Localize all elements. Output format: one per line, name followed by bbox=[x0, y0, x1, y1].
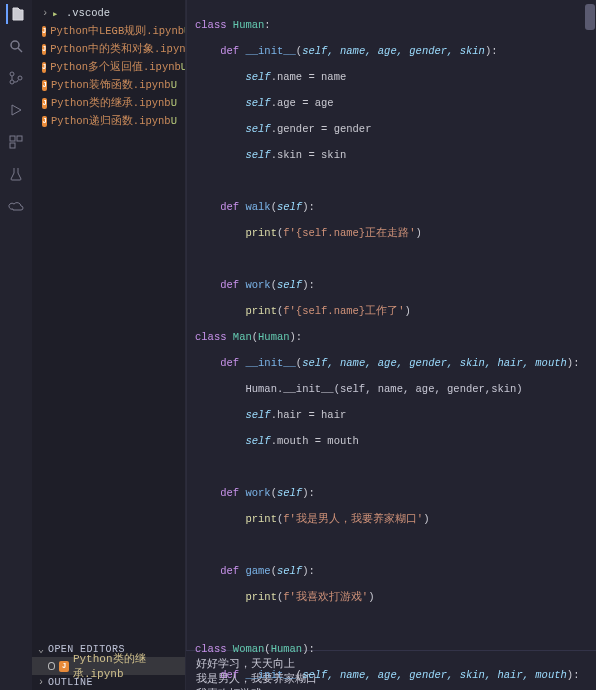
editor-pane: class Human: def __init__(self, name, ag… bbox=[186, 0, 596, 690]
file-name: Python类的继承.ipynb bbox=[51, 96, 171, 110]
jupyter-icon: J bbox=[42, 44, 46, 55]
open-editor-row[interactable]: JPython类的继承.ipynb bbox=[32, 657, 185, 675]
git-status: U bbox=[171, 79, 181, 91]
file-row[interactable]: JPython多个返回值.ipynbU bbox=[32, 58, 185, 76]
section-label: OUTLINE bbox=[48, 677, 93, 688]
outline-header[interactable]: ›OUTLINE bbox=[32, 675, 185, 690]
git-status: U bbox=[181, 61, 185, 73]
activity-bar bbox=[0, 0, 32, 690]
cloud-icon[interactable] bbox=[6, 196, 26, 216]
svg-rect-5 bbox=[10, 136, 15, 141]
file-name: Python装饰函数.ipynb bbox=[51, 78, 171, 92]
svg-point-2 bbox=[10, 72, 14, 76]
jupyter-icon: J bbox=[42, 98, 47, 109]
folder-icon: ▸ bbox=[52, 7, 62, 20]
file-name: Python多个返回值.ipynb bbox=[50, 60, 181, 74]
chevron-down-icon: ⌄ bbox=[38, 643, 48, 655]
file-row[interactable]: JPython中LEGB规则.ipynbU bbox=[32, 22, 185, 40]
svg-line-1 bbox=[18, 48, 22, 52]
beaker-icon[interactable] bbox=[6, 164, 26, 184]
vertical-scrollbar[interactable] bbox=[584, 0, 596, 690]
svg-point-3 bbox=[10, 80, 14, 84]
file-name: Python中的类和对象.ipynb bbox=[50, 42, 185, 56]
file-row[interactable]: JPython递归函数.ipynbU bbox=[32, 112, 185, 130]
jupyter-icon: J bbox=[42, 62, 46, 73]
code-editor[interactable]: class Human: def __init__(self, name, ag… bbox=[187, 0, 596, 650]
explorer-sidebar: › ▸ .vscode JPython中LEGB规则.ipynbU JPytho… bbox=[32, 0, 186, 690]
svg-rect-7 bbox=[10, 143, 15, 148]
chevron-right-icon: › bbox=[38, 677, 48, 688]
file-row[interactable]: JPython装饰函数.ipynbU bbox=[32, 76, 185, 94]
git-status: U bbox=[184, 25, 185, 37]
source-control-icon[interactable] bbox=[6, 68, 26, 88]
svg-rect-6 bbox=[17, 136, 22, 141]
file-tree: › ▸ .vscode JPython中LEGB规则.ipynbU JPytho… bbox=[32, 0, 185, 134]
git-status: U bbox=[171, 115, 181, 127]
folder-name: .vscode bbox=[66, 7, 110, 19]
file-name: Python递归函数.ipynb bbox=[51, 114, 171, 128]
svg-point-4 bbox=[18, 76, 22, 80]
extensions-icon[interactable] bbox=[6, 132, 26, 152]
file-name: Python中LEGB规则.ipynb bbox=[50, 24, 184, 38]
file-row[interactable]: JPython类的继承.ipynbU bbox=[32, 94, 185, 112]
chevron-right-icon: › bbox=[42, 7, 50, 19]
jupyter-icon: J bbox=[59, 661, 69, 672]
jupyter-icon: J bbox=[42, 116, 47, 127]
jupyter-icon: J bbox=[42, 80, 47, 91]
scrollbar-thumb[interactable] bbox=[585, 4, 595, 30]
svg-point-0 bbox=[11, 41, 19, 49]
git-status: U bbox=[171, 97, 181, 109]
dirty-indicator-icon bbox=[48, 662, 55, 670]
files-icon[interactable] bbox=[6, 4, 26, 24]
folder-row[interactable]: › ▸ .vscode bbox=[32, 4, 185, 22]
run-debug-icon[interactable] bbox=[6, 100, 26, 120]
jupyter-icon: J bbox=[42, 26, 46, 37]
file-row[interactable]: JPython中的类和对象.ipynbU bbox=[32, 40, 185, 58]
search-icon[interactable] bbox=[6, 36, 26, 56]
